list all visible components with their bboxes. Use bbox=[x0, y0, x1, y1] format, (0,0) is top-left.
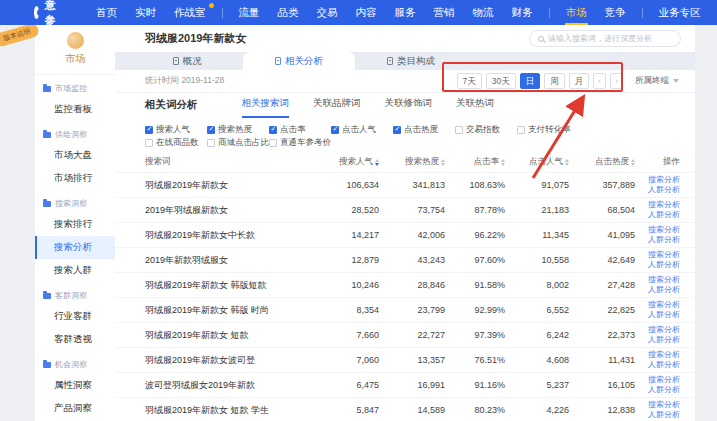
page-tab[interactable]: 相关分析 bbox=[243, 52, 355, 70]
column-header-label: 搜索词 bbox=[145, 156, 171, 168]
metric-filter[interactable]: 交易指数 bbox=[455, 124, 517, 136]
metric-filter[interactable]: 搜索热度 bbox=[207, 124, 269, 136]
metric-filter[interactable]: 搜索人气 bbox=[145, 124, 207, 136]
search-box[interactable] bbox=[529, 30, 681, 47]
action-link[interactable]: 人群分析 bbox=[648, 335, 680, 345]
range-button[interactable]: 月 bbox=[569, 73, 590, 89]
action-link[interactable]: 人群分析 bbox=[648, 210, 680, 220]
nav-item-5[interactable]: 品类 bbox=[269, 0, 308, 25]
nav-item-10[interactable]: 物流 bbox=[464, 0, 503, 25]
action-link[interactable]: 人群分析 bbox=[648, 410, 680, 420]
range-button[interactable]: 日 bbox=[520, 73, 541, 89]
action-link[interactable]: 人群分析 bbox=[648, 260, 680, 270]
page-tab[interactable]: 类目构成 bbox=[355, 52, 467, 70]
action-link[interactable]: 搜索分析 bbox=[648, 325, 680, 335]
sidebar-item[interactable]: 搜索人群 bbox=[35, 259, 115, 282]
nav-item-9[interactable]: 营销 bbox=[425, 0, 464, 25]
metric-filter[interactable]: 支付转化率 bbox=[517, 124, 579, 136]
action-cell: 搜索分析人群分析 bbox=[635, 300, 680, 321]
action-link[interactable]: 搜索分析 bbox=[648, 375, 680, 385]
action-link[interactable]: 搜索分析 bbox=[648, 250, 680, 260]
sidebar-item[interactable]: 属性洞察 bbox=[35, 374, 115, 397]
metric-value-cell: 97.39% bbox=[445, 330, 505, 340]
nav-item-1[interactable]: 实时 bbox=[126, 0, 165, 25]
range-button[interactable]: 周 bbox=[544, 73, 565, 89]
word-tab[interactable]: 关联热词 bbox=[456, 97, 494, 118]
checkbox-icon[interactable] bbox=[145, 139, 153, 147]
sidebar-item[interactable]: 监控看板 bbox=[35, 98, 115, 121]
sidebar-item[interactable]: 搜索分析 bbox=[35, 236, 115, 259]
search-term-cell: 波司登羽绒服女2019年新款 bbox=[145, 379, 313, 392]
checkbox-icon[interactable] bbox=[517, 126, 525, 134]
range-nav-button[interactable]: ‹ bbox=[593, 73, 606, 89]
checkbox-icon[interactable] bbox=[269, 139, 277, 147]
action-link[interactable]: 搜索分析 bbox=[648, 200, 680, 210]
nav-item-8[interactable]: 服务 bbox=[386, 0, 425, 25]
checkbox-icon[interactable] bbox=[393, 126, 401, 134]
stats-time-value: 2019-11-28 bbox=[181, 75, 224, 85]
sidebar-item[interactable]: 客群透视 bbox=[35, 328, 115, 351]
nav-item-label: 品类 bbox=[278, 6, 299, 18]
checkbox-icon[interactable] bbox=[207, 126, 215, 134]
action-link[interactable]: 人群分析 bbox=[648, 310, 680, 320]
metric-value-cell: 16,105 bbox=[569, 380, 635, 390]
app-logo[interactable]: 生意参谋 bbox=[34, 0, 63, 43]
checkbox-icon[interactable] bbox=[331, 126, 339, 134]
action-link[interactable]: 人群分析 bbox=[648, 385, 680, 395]
checkbox-icon[interactable] bbox=[269, 126, 277, 134]
sidebar-item[interactable]: 产品洞察 bbox=[35, 397, 115, 420]
checkbox-icon[interactable] bbox=[145, 126, 153, 134]
column-header[interactable]: 搜索人气 bbox=[313, 156, 379, 168]
metric-value-cell: 106,634 bbox=[313, 180, 379, 190]
nav-item-11[interactable]: 财务 bbox=[503, 0, 542, 25]
range-button[interactable]: 30天 bbox=[486, 73, 516, 89]
action-link[interactable]: 人群分析 bbox=[648, 360, 680, 370]
action-link[interactable]: 搜索分析 bbox=[648, 175, 680, 185]
table-row: 羽绒服2019年新款女 短款 学生5,84714,58980.23%4,2261… bbox=[115, 397, 695, 421]
metric-filter[interactable]: 在线商品数 bbox=[145, 137, 207, 149]
word-tab[interactable]: 关联品牌词 bbox=[313, 97, 361, 118]
column-header[interactable]: 点击热度 bbox=[569, 156, 635, 168]
search-term-cell: 羽绒服2019年新款女 韩版短款 bbox=[145, 279, 313, 292]
metric-filter[interactable]: 直通车参考价 bbox=[269, 137, 331, 149]
action-link[interactable]: 人群分析 bbox=[648, 235, 680, 245]
nav-item-7[interactable]: 内容 bbox=[347, 0, 386, 25]
metric-value-cell: 108.63% bbox=[445, 180, 505, 190]
metric-filter[interactable]: 商城点击占比 bbox=[207, 137, 269, 149]
sidebar-item[interactable]: 市场大盘 bbox=[35, 144, 115, 167]
nav-item-6[interactable]: 交易 bbox=[308, 0, 347, 25]
nav-item-0[interactable]: 首页 bbox=[87, 0, 126, 25]
action-link[interactable]: 搜索分析 bbox=[648, 225, 680, 235]
metric-filter[interactable]: 点击人气 bbox=[331, 124, 393, 136]
action-link[interactable]: 人群分析 bbox=[648, 285, 680, 295]
action-link[interactable]: 搜索分析 bbox=[648, 350, 680, 360]
metric-filter[interactable]: 点击热度 bbox=[393, 124, 455, 136]
metric-filter[interactable]: 点击率 bbox=[269, 124, 331, 136]
nav-item-13[interactable]: 市场 bbox=[557, 0, 596, 25]
checkbox-icon[interactable] bbox=[455, 126, 463, 134]
word-tab[interactable]: 关联修饰词 bbox=[385, 97, 433, 118]
page-tab[interactable]: 概况 bbox=[131, 52, 243, 70]
sidebar-item[interactable]: 行业客群 bbox=[35, 305, 115, 328]
folder-icon bbox=[43, 86, 51, 92]
nav-item-14[interactable]: 竞争 bbox=[596, 0, 635, 25]
action-link[interactable]: 搜索分析 bbox=[648, 275, 680, 285]
terminal-filter-dropdown[interactable]: 所属终端 bbox=[635, 75, 679, 87]
range-nav-button[interactable]: › bbox=[610, 73, 623, 89]
search-input[interactable] bbox=[548, 34, 672, 43]
range-button[interactable]: 7天 bbox=[457, 73, 482, 89]
column-header[interactable]: 点击率 bbox=[445, 156, 505, 168]
sidebar-item[interactable]: 市场排行 bbox=[35, 167, 115, 190]
action-link[interactable]: 人群分析 bbox=[648, 185, 680, 195]
nav-item-label: 财务 bbox=[512, 6, 533, 18]
word-tab[interactable]: 相关搜索词 bbox=[242, 97, 290, 118]
sidebar-item[interactable]: 搜索排行 bbox=[35, 213, 115, 236]
column-header[interactable]: 点击人气 bbox=[505, 156, 569, 168]
action-link[interactable]: 搜索分析 bbox=[648, 300, 680, 310]
column-header[interactable]: 搜索热度 bbox=[379, 156, 445, 168]
nav-item-2[interactable]: 作战室 bbox=[165, 0, 215, 25]
nav-item-4[interactable]: 流量 bbox=[230, 0, 269, 25]
checkbox-icon[interactable] bbox=[207, 139, 215, 147]
nav-item-16[interactable]: 业务专区 bbox=[650, 0, 710, 25]
action-link[interactable]: 搜索分析 bbox=[648, 400, 680, 410]
